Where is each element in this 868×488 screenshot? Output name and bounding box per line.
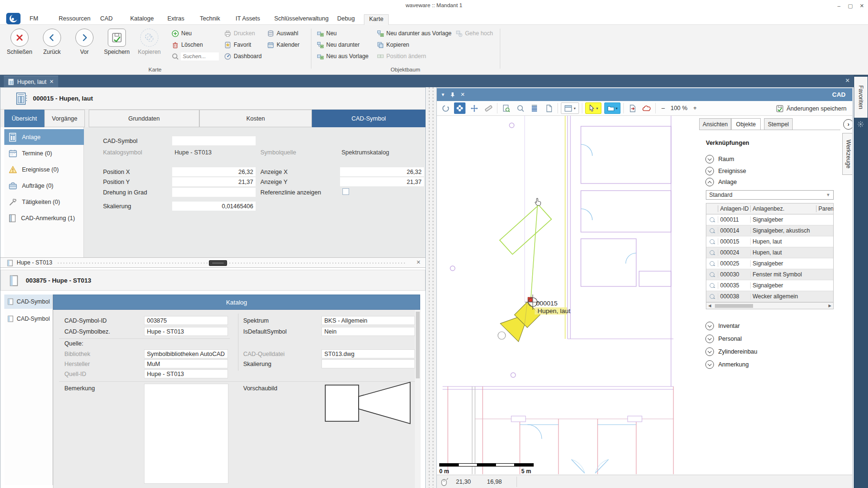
layer-folder-button[interactable]: ▾ — [604, 102, 620, 114]
dock-tab-objekte[interactable]: Objekte — [731, 118, 761, 130]
search-icon[interactable] — [710, 217, 714, 222]
cad-canvas[interactable]: 000015 Hupen, laut 0 m 5 m Ansichten — [437, 116, 852, 475]
blank-page-button[interactable] — [543, 102, 555, 114]
chevron-up-icon[interactable] — [705, 178, 714, 186]
tab-grunddaten[interactable]: Grunddaten — [89, 110, 199, 127]
menu-karte[interactable]: Karte — [364, 14, 389, 25]
table-row[interactable]: 000030 Fenster mit Symbol — [706, 269, 833, 280]
search-icon[interactable] — [710, 294, 714, 299]
hersteller-input[interactable] — [144, 359, 228, 368]
pan-move-button[interactable] — [468, 102, 480, 114]
tab-cad-symbol[interactable]: CAD-Symbol — [312, 110, 425, 127]
zoom-page-button[interactable] — [500, 102, 512, 114]
kalender-button[interactable]: Kalender — [267, 40, 300, 50]
lower-nav-cad-symbol-1[interactable]: CAD-Symbol — [4, 295, 52, 309]
cad-quelldatei-input[interactable] — [321, 349, 415, 358]
menu-technik[interactable]: Technik — [195, 14, 225, 25]
chevron-down-icon[interactable] — [705, 155, 714, 163]
table-row[interactable]: 000011 Signalgeber — [706, 214, 833, 225]
search-icon[interactable] — [710, 272, 714, 277]
pin-icon[interactable] — [450, 92, 455, 98]
snap-mode-button[interactable] — [454, 102, 465, 114]
werkzeuge-tab[interactable]: Werkzeuge — [842, 133, 852, 175]
minimize-button[interactable]: – — [834, 1, 844, 10]
zoom-in-button[interactable]: + — [693, 105, 696, 112]
revision-cloud-button[interactable] — [641, 102, 652, 114]
splitter-handle[interactable] — [209, 260, 227, 266]
speichern-button[interactable]: Speichern — [101, 29, 133, 55]
chevron-down-icon[interactable] — [705, 347, 714, 356]
table-row[interactable]: 000025 Signalgeber — [706, 258, 833, 269]
position-x-input[interactable] — [172, 167, 256, 176]
layers-button[interactable] — [529, 102, 540, 114]
chevron-down-icon[interactable] — [705, 167, 714, 175]
favorit-button[interactable]: Favorit — [224, 40, 251, 50]
lower-scrollbar[interactable] — [415, 310, 421, 488]
menu-extras[interactable]: Extras — [163, 14, 189, 25]
table-row[interactable]: 000015 Hupen, laut — [706, 236, 833, 247]
export-button[interactable] — [627, 102, 638, 114]
position-y-input[interactable] — [172, 177, 256, 186]
col-anlagen-id[interactable]: Anlagen-ID — [718, 205, 750, 212]
cad-symbol-input[interactable] — [172, 136, 256, 145]
tab-close-icon[interactable]: ✕ — [49, 79, 53, 85]
panel-splitter[interactable]: Hupe - ST013 ✕ — [0, 257, 425, 268]
close-button[interactable]: ✕ — [857, 1, 867, 10]
zoom-window-button[interactable] — [515, 102, 526, 114]
scroll-left-icon[interactable]: ◀ — [706, 304, 713, 308]
view-window-dropdown[interactable]: ▾ — [561, 102, 579, 114]
ob-neu-darunter-vorlage-button[interactable]: Neu darunter aus Vorlage — [377, 29, 452, 38]
menu-fm[interactable]: FM — [25, 14, 43, 25]
tab-vorgaenge[interactable]: Vorgänge — [44, 110, 85, 127]
search-icon[interactable] — [710, 239, 714, 244]
referenzlinie-checkbox[interactable] — [342, 188, 349, 195]
zurueck-button[interactable]: Zurück — [36, 29, 68, 55]
menu-cad[interactable]: CAD — [95, 14, 117, 25]
favoriten-tab[interactable]: Favoriten — [854, 77, 868, 118]
cad-symbol-id-input[interactable] — [144, 316, 228, 325]
bemerkung-textarea[interactable] — [144, 384, 228, 484]
nav-ereignisse[interactable]: Ereignisse (0) — [4, 162, 84, 177]
scroll-right-icon[interactable]: ▶ — [827, 304, 833, 308]
table-row[interactable]: 000024 Hupen, laut — [706, 247, 833, 258]
drehung-input[interactable] — [172, 188, 256, 197]
dock-expand-button[interactable]: › — [843, 119, 852, 130]
group-anmerkung[interactable]: Anmerkung — [705, 360, 749, 369]
app-logo-icon[interactable] — [6, 13, 21, 24]
tab-uebersicht[interactable]: Übersicht — [4, 110, 44, 127]
docbar-close-icon[interactable]: ✕ — [845, 77, 850, 84]
quell-id-input[interactable] — [144, 369, 228, 378]
group-inventar[interactable]: Inventar — [705, 322, 740, 330]
chevron-down-icon[interactable] — [705, 335, 714, 343]
select-cursor-button[interactable]: ▾ — [585, 102, 601, 114]
neu-button[interactable]: Neu — [172, 29, 192, 38]
table-row[interactable]: 000038 Wecker allgemein — [706, 291, 833, 302]
dropdown-caret-icon[interactable]: ▾ — [442, 92, 444, 98]
lower-nav-cad-symbol-2[interactable]: CAD-Symbol — [4, 312, 52, 326]
table-row[interactable]: 000035 Signalgeber — [706, 280, 833, 291]
menu-ressourcen[interactable]: Ressourcen — [54, 14, 95, 25]
spektrum-input[interactable] — [321, 316, 415, 325]
group-zylindereinbau[interactable]: Zylindereinbau — [705, 347, 757, 356]
group-ereignisse[interactable]: Ereignisse — [705, 167, 746, 175]
group-raum[interactable]: Raum — [705, 155, 734, 163]
menu-kataloge[interactable]: Kataloge — [125, 14, 158, 25]
col-anlagenbez[interactable]: Anlagenbez. — [750, 205, 816, 212]
auswahl-button[interactable]: Auswahl — [267, 29, 298, 38]
search-icon[interactable] — [710, 250, 714, 255]
document-tab-hupen-laut[interactable]: Hupen, laut ✕ — [4, 76, 58, 87]
dashboard-button[interactable]: Dashboard — [224, 51, 262, 61]
zoom-out-button[interactable]: – — [661, 105, 665, 112]
table-row[interactable]: 000014 Signalgeber, akustisch — [706, 225, 833, 236]
nav-auftraege[interactable]: Aufträge (0) — [4, 178, 84, 193]
nav-termine[interactable]: Termine (0) — [4, 145, 84, 161]
cad-symbolbez-input[interactable] — [144, 327, 228, 336]
splitter-close-icon[interactable]: ✕ — [416, 259, 421, 265]
dock-tab-stempel[interactable]: Stempel — [764, 118, 793, 130]
lower-skalierung-input[interactable] — [321, 359, 415, 368]
bibliothek-input[interactable] — [144, 349, 228, 358]
panel-close-icon[interactable]: ✕ — [461, 92, 465, 98]
nav-cad-anmerkung[interactable]: CAD-Anmerkung (1) — [4, 210, 84, 226]
chevron-down-icon[interactable] — [705, 360, 714, 369]
search-icon[interactable] — [710, 228, 714, 233]
